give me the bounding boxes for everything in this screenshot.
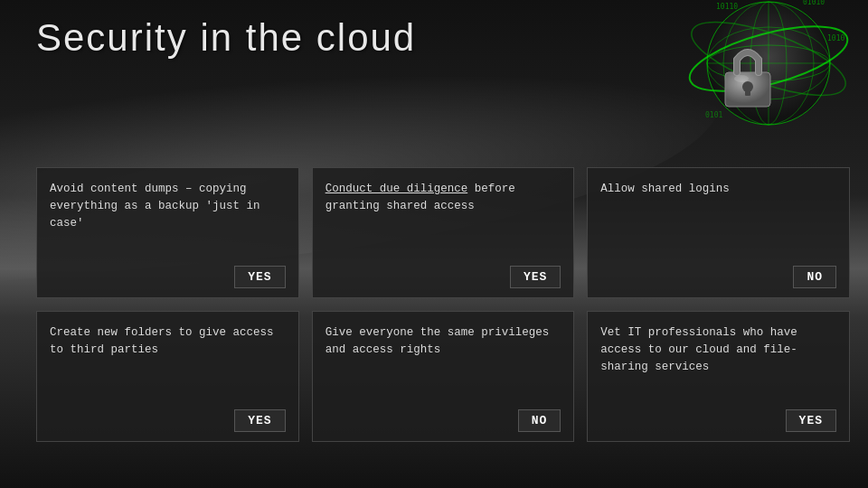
card-new-folders: Create new folders to give access to thi… <box>36 311 299 442</box>
card-5-answer-badge: NO <box>518 409 561 432</box>
card-2-footer: YES <box>326 266 561 288</box>
card-5-text: Give everyone the same privileges and ac… <box>326 324 561 400</box>
card-shared-logins: Allow shared logins NO <box>587 167 850 298</box>
card-4-footer: YES <box>50 409 286 432</box>
svg-text:01010: 01010 <box>803 0 825 6</box>
svg-text:10110: 10110 <box>716 3 738 11</box>
cards-grid: Avoid content dumps – copying everything… <box>36 167 850 442</box>
card-1-footer: YES <box>50 266 286 288</box>
card-1-text: Avoid content dumps – copying everything… <box>50 181 286 257</box>
title-area: Security in the cloud <box>36 16 416 60</box>
card-4-text: Create new folders to give access to thi… <box>50 324 286 400</box>
card-6-footer: YES <box>600 409 836 432</box>
card-avoid-content-dumps: Avoid content dumps – copying everything… <box>36 167 299 298</box>
card-6-answer-badge: YES <box>786 409 836 432</box>
globe-area: 10110 01010 1010 0101 <box>633 0 868 172</box>
page-title: Security in the cloud <box>36 16 416 60</box>
card-2-text: Conduct due diligence before granting sh… <box>326 181 561 257</box>
card-6-text: Vet IT professionals who have access to … <box>600 324 836 400</box>
card-2-answer-badge: YES <box>510 266 561 288</box>
card-due-diligence: Conduct due diligence before granting sh… <box>312 167 575 298</box>
card-5-footer: NO <box>326 409 561 432</box>
svg-text:0101: 0101 <box>705 111 722 119</box>
globe-lock-icon: 10110 01010 1010 0101 <box>651 0 868 163</box>
card-same-privileges: Give everyone the same privileges and ac… <box>312 311 575 442</box>
card-3-footer: NO <box>600 266 836 288</box>
svg-text:1010: 1010 <box>827 34 844 42</box>
svg-point-17 <box>734 75 749 82</box>
card-1-answer-badge: YES <box>234 266 285 288</box>
card-vet-it-professionals: Vet IT professionals who have access to … <box>587 311 850 442</box>
card-3-text: Allow shared logins <box>600 181 836 257</box>
card-4-answer-badge: YES <box>234 409 285 432</box>
svg-rect-16 <box>745 87 750 96</box>
card-3-answer-badge: NO <box>793 266 836 288</box>
